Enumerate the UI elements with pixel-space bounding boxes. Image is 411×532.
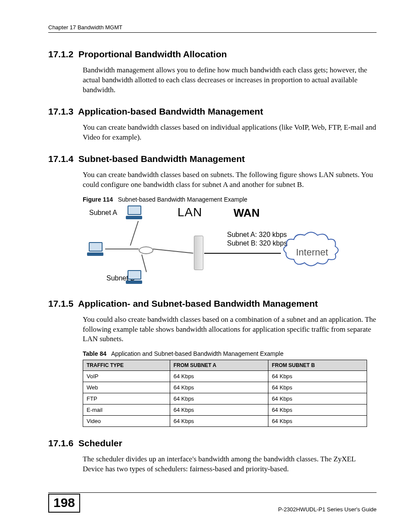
cell-a: 64 Kbps <box>170 404 268 416</box>
cell-b: 64 Kbps <box>268 404 367 416</box>
table-row: FTP 64 Kbps 64 Kbps <box>83 393 367 404</box>
table-row: Web 64 Kbps 64 Kbps <box>83 382 367 393</box>
section-number: 17.1.2 <box>48 49 73 59</box>
section-number: 17.1.4 <box>48 154 73 164</box>
table-caption: Table 84 Application and Subnet-based Ba… <box>83 350 377 357</box>
page-number: 198 <box>48 494 80 513</box>
cell-b: 64 Kbps <box>268 393 367 404</box>
hub-icon <box>139 246 153 254</box>
section-title: Proportional Bandwidth Allocation <box>78 49 227 59</box>
cell-traffic: E-mail <box>83 404 170 416</box>
figure-label: Figure 114 <box>83 196 113 203</box>
subnet-a-label: Subnet A <box>89 209 117 217</box>
section-title: Subnet-based Bandwidth Management <box>78 154 245 164</box>
chapter-label: Chapter 17 Bandwidth MGMT <box>48 24 122 31</box>
figure-114: LAN WAN Subnet A Subnet B Subnet A: 320 … <box>83 205 324 287</box>
figure-caption: Figure 114 Subnet-based Bandwidth Manage… <box>83 196 377 203</box>
cell-traffic: VoIP <box>83 371 170 382</box>
section-title: Application-based Bandwidth Management <box>78 106 263 116</box>
table-row: Video 64 Kbps 64 Kbps <box>83 416 367 427</box>
section-title: Application- and Subnet-based Bandwidth … <box>78 299 318 308</box>
section-17-1-4-body: You can create bandwidth classes based o… <box>83 170 377 190</box>
table-row: E-mail 64 Kbps 64 Kbps <box>83 404 367 416</box>
cell-traffic: Video <box>83 416 170 427</box>
lan-line <box>130 221 139 246</box>
lan-line <box>141 254 147 272</box>
lan-line <box>105 249 139 249</box>
section-number: 17.1.5 <box>48 299 73 308</box>
col-traffic-type: TRAFFIC TYPE <box>83 360 170 371</box>
figure-title: Subnet-based Bandwidth Management Exampl… <box>118 196 247 203</box>
cloud-icon <box>281 229 341 274</box>
section-title: Scheduler <box>78 438 122 448</box>
router-icon <box>194 236 203 270</box>
pc-icon <box>87 242 104 257</box>
subnet-a-rate: Subnet A: 320 kbps <box>227 230 287 240</box>
page-footer: 198 P-2302HWUDL-P1 Series User's Guide <box>48 492 377 513</box>
section-17-1-3-heading: 17.1.3 Application-based Bandwidth Manag… <box>48 106 377 117</box>
section-17-1-5-heading: 17.1.5 Application- and Subnet-based Ban… <box>48 299 377 309</box>
cell-a: 64 Kbps <box>170 393 268 404</box>
cell-a: 64 Kbps <box>170 416 268 427</box>
section-number: 17.1.6 <box>48 438 73 448</box>
section-17-1-4-heading: 17.1.4 Subnet-based Bandwidth Management <box>48 154 377 164</box>
cell-b: 64 Kbps <box>268 371 367 382</box>
wan-link-line <box>204 253 281 254</box>
page-header: Chapter 17 Bandwidth MGMT <box>48 24 377 33</box>
hub-router-line <box>153 249 193 254</box>
col-from-subnet-a: FROM SUBNET A <box>170 360 268 371</box>
section-17-1-2-body: Bandwidth management allows you to defin… <box>83 65 377 95</box>
section-17-1-6-body: The scheduler divides up an interface's … <box>83 454 377 474</box>
cell-b: 64 Kbps <box>268 416 367 427</box>
cell-a: 64 Kbps <box>170 382 268 393</box>
section-number: 17.1.3 <box>48 106 73 116</box>
table-title: Application and Subnet-based Bandwidth M… <box>111 350 283 357</box>
wan-label: WAN <box>234 206 260 220</box>
guide-title: P-2302HWUDL-P1 Series User's Guide <box>278 506 377 513</box>
table-84: TRAFFIC TYPE FROM SUBNET A FROM SUBNET B… <box>83 360 367 427</box>
subnet-b-rate: Subnet B: 320 kbps <box>227 239 287 248</box>
section-17-1-3-body: You can create bandwidth classes based o… <box>83 123 377 143</box>
col-from-subnet-b: FROM SUBNET B <box>268 360 367 371</box>
rate-labels: Subnet A: 320 kbps Subnet B: 320 kbps <box>227 230 287 249</box>
section-17-1-2-heading: 17.1.2 Proportional Bandwidth Allocation <box>48 49 377 59</box>
cell-traffic: Web <box>83 382 170 393</box>
section-17-1-5-body: You could also create bandwidth classes … <box>83 315 377 345</box>
table-label: Table 84 <box>83 350 106 357</box>
table-header-row: TRAFFIC TYPE FROM SUBNET A FROM SUBNET B <box>83 360 367 371</box>
lan-label: LAN <box>177 205 202 219</box>
section-17-1-6-heading: 17.1.6 Scheduler <box>48 438 377 448</box>
cell-b: 64 Kbps <box>268 382 367 393</box>
table-row: VoIP 64 Kbps 64 Kbps <box>83 371 367 382</box>
pc-icon <box>126 270 143 285</box>
cell-a: 64 Kbps <box>170 371 268 382</box>
pc-icon <box>126 205 143 220</box>
cell-traffic: FTP <box>83 393 170 404</box>
